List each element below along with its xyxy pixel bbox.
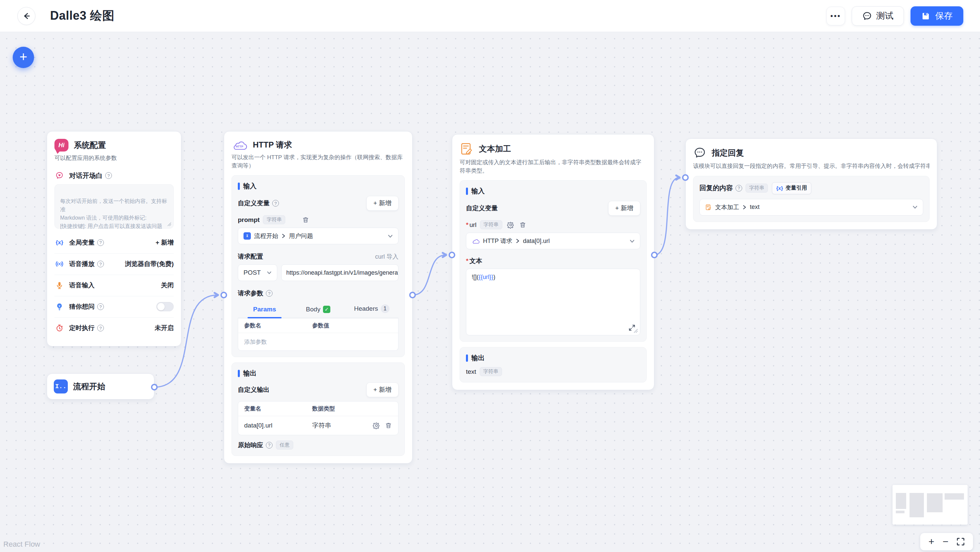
reply-reference-select[interactable]: 文本加工 text (699, 199, 923, 216)
system-row-global-vars[interactable]: {x} 全局变量 ? + 新增 (54, 232, 174, 253)
node-reply[interactable]: 指定回复 该模块可以直接回复一段指定的内容。常用于引导、提示。非字符串内容传入时… (686, 138, 937, 230)
zoom-out-button[interactable]: − (943, 537, 948, 547)
system-row-voice-input[interactable]: 语音输入 关闭 (54, 274, 174, 296)
zoom-in-button[interactable]: + (929, 537, 935, 547)
help-icon[interactable]: ? (105, 172, 112, 179)
url-reference-select[interactable]: HTTP 请求 data[0].url (466, 233, 640, 249)
required-mark: * (466, 257, 468, 265)
handle-http-target[interactable] (220, 292, 227, 298)
node-http-request[interactable]: HTTP HTTP 请求 可以发出一个 HTTP 请求，实现更为复杂的操作（联网… (224, 131, 412, 463)
text-process-mini-icon (705, 204, 712, 211)
tab-body[interactable]: Body✓ (291, 302, 345, 318)
ref-field: 用户问题 (289, 232, 313, 240)
text-prefix: ![]( (472, 274, 479, 280)
row-value[interactable]: + 新增 (156, 238, 174, 247)
node-title: 流程开始 (73, 381, 105, 392)
trash-icon[interactable] (385, 422, 392, 429)
trash-icon[interactable] (519, 221, 527, 228)
handle-flow-start-source[interactable] (151, 384, 158, 390)
chevron-down-icon (267, 271, 272, 274)
node-description: 可以配置应用的系统参数 (54, 154, 174, 163)
help-icon[interactable]: ? (266, 290, 272, 297)
help-icon[interactable]: ? (266, 442, 272, 449)
system-row-scheduled-run[interactable]: 定时执行 ? 未开启 (54, 317, 174, 339)
help-icon[interactable]: ? (97, 325, 104, 332)
handle-text-process-source[interactable] (651, 252, 658, 258)
tab-headers[interactable]: Headers1 (345, 300, 398, 318)
custom-variable-label: 自定义变量 (466, 204, 498, 213)
system-config-icon: Hi (54, 139, 68, 152)
check-icon: ✓ (323, 306, 330, 313)
add-variable-button[interactable]: + 新增 (366, 196, 398, 211)
section-title: 输出 (243, 369, 256, 378)
http-cloud-icon: HTTP (231, 139, 248, 151)
section-title: 输入 (243, 182, 256, 190)
add-output-button[interactable]: + 新增 (366, 382, 398, 397)
gear-icon[interactable] (507, 221, 514, 228)
react-flow-attribution: React Flow (3, 540, 40, 549)
headers-count-badge: 1 (381, 305, 390, 313)
system-row-guess-question[interactable]: 猜你想问 ? (54, 296, 174, 317)
help-icon[interactable]: ? (735, 185, 742, 192)
timer-icon (55, 324, 64, 332)
method-select[interactable]: POST (238, 264, 277, 281)
welcome-label: 对话开场白 (69, 171, 103, 180)
text-variable-token: {{url}} (479, 274, 493, 280)
text-template-textarea[interactable]: ![]({{url}}) (466, 269, 640, 335)
type-badge: 字符串 (746, 184, 768, 193)
node-flow-start[interactable]: I.. 流程开始 (47, 373, 154, 400)
add-param-row[interactable]: 添加参数 (238, 333, 398, 351)
gear-icon[interactable] (373, 422, 380, 429)
test-button[interactable]: 测试 (852, 6, 904, 26)
save-button[interactable]: 保存 (910, 6, 963, 26)
section-title: 输出 (471, 354, 485, 362)
output-var-name: data[0].url (244, 422, 312, 429)
variable-reference-badge[interactable]: {x} 变量引用 (772, 182, 811, 194)
system-row-voice-play[interactable]: 语音播放 ? 浏览器自带(免费) (54, 253, 174, 274)
back-button[interactable] (18, 7, 35, 25)
add-variable-button[interactable]: + 新增 (608, 201, 640, 216)
url-input[interactable]: https://oneapi.fastgpt.in/v1/images/gene… (281, 264, 398, 281)
gear-icon[interactable] (290, 216, 297, 224)
row-label: 猜你想问 (69, 302, 94, 311)
minimap-node (910, 493, 924, 517)
reply-bubble-icon (693, 146, 706, 160)
save-button-label: 保存 (935, 10, 953, 22)
help-icon[interactable]: ? (97, 239, 104, 246)
handle-text-process-target[interactable] (449, 252, 455, 258)
minimap-node (896, 511, 905, 513)
help-icon[interactable]: ? (97, 261, 104, 267)
tab-params[interactable]: Params (238, 302, 291, 318)
resize-handle[interactable] (634, 329, 638, 333)
minimap[interactable] (892, 485, 968, 525)
column-header: 数据类型 (312, 405, 392, 412)
type-badge: 字符串 (480, 220, 502, 229)
trash-icon[interactable] (302, 216, 309, 224)
http-mini-icon (472, 238, 480, 244)
row-value[interactable]: 浏览器自带(免费) (125, 260, 174, 268)
column-header: 参数名 (244, 322, 312, 329)
welcome-textarea[interactable]: 每次对话开始前，发送一个初始内容。支持标准 Markdown 语法，可使用的额外… (54, 184, 174, 228)
app-header: Dalle3 绘图 ••• 测试 保存 (0, 0, 980, 32)
output-var-name: text (466, 368, 476, 376)
add-node-button[interactable]: + (13, 47, 34, 68)
curl-import-button[interactable]: curl 导入 (375, 253, 398, 261)
prompt-reference-select[interactable]: I 流程开始 用户问题 (238, 228, 398, 244)
text-label: 文本 (469, 257, 482, 265)
output-var-type: 字符串 (312, 421, 331, 430)
help-icon[interactable]: ? (272, 200, 279, 206)
resize-handle[interactable] (167, 222, 171, 226)
row-value[interactable]: 未开启 (155, 324, 174, 332)
row-value[interactable]: 关闭 (161, 281, 174, 290)
type-badge: 字符串 (263, 215, 285, 224)
more-menu-button[interactable]: ••• (826, 7, 845, 25)
fit-view-button[interactable] (957, 538, 965, 546)
guess-question-toggle[interactable] (156, 302, 174, 311)
handle-http-source[interactable] (409, 292, 416, 298)
node-text-process[interactable]: 文本加工 可对固定或传入的文本进行加工后输出，非字符串类型数据最终会转成字符串类… (452, 134, 654, 390)
request-tabs: Params Body✓ Headers1 (238, 300, 398, 318)
help-icon[interactable]: ? (97, 303, 104, 310)
node-system-config[interactable]: Hi 系统配置 可以配置应用的系统参数 对话开场白 ? 每次对话开始前，发送一个… (47, 131, 181, 346)
flow-canvas[interactable]: + Hi 系统配置 可以配置应用的系统参数 对话开场白 ? 每次对话开始前，发送… (0, 32, 980, 552)
handle-reply-target[interactable] (682, 174, 689, 181)
